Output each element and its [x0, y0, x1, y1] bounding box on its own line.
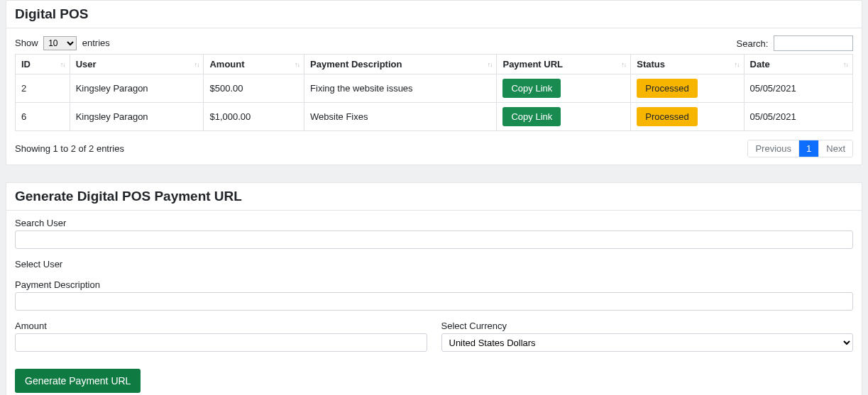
sort-icon: ↑↓: [194, 62, 199, 67]
length-control: Show 102550100 entries: [15, 36, 110, 50]
cell-user: Kingsley Paragon: [70, 74, 204, 103]
status-badge: Processed: [637, 107, 697, 126]
cell-description: Fixing the website issues: [304, 74, 497, 103]
column-label: Date: [750, 59, 770, 69]
label-payment-desc: Payment Description: [15, 279, 853, 290]
search-input[interactable]: [774, 35, 853, 51]
page-next[interactable]: Next: [818, 140, 852, 157]
column-label: Status: [637, 59, 665, 69]
copy-link-button[interactable]: Copy Link: [502, 107, 561, 126]
column-label: Amount: [209, 59, 244, 69]
form-row-payment-desc: Payment Description: [15, 279, 853, 311]
column-header[interactable]: Status↑↓: [631, 55, 744, 74]
submit-wrap: Generate Payment URL: [6, 369, 862, 395]
table-body: 2Kingsley Paragon$500.00Fixing the websi…: [16, 74, 853, 131]
card-body: Search User Select User Payment Descript…: [6, 211, 862, 369]
cell-date: 05/05/2021: [744, 74, 852, 103]
cell-date: 05/05/2021: [744, 103, 852, 131]
form-col-amount: Amount: [15, 321, 427, 352]
show-label: Show: [15, 38, 38, 48]
datatable-top: Show 102550100 entries Search:: [15, 35, 853, 51]
status-badge: Processed: [637, 79, 697, 98]
cell-amount: $500.00: [204, 74, 304, 103]
column-header[interactable]: Date↑↓: [744, 55, 852, 74]
label-search-user: Search User: [15, 218, 853, 228]
column-header[interactable]: ID↑↓: [16, 55, 70, 74]
label-currency: Select Currency: [441, 321, 854, 331]
label-amount: Amount: [15, 321, 427, 331]
panel-title: Generate Digital POS Payment URL: [15, 189, 853, 204]
table-info: Showing 1 to 2 of 2 entries: [15, 143, 124, 154]
card-header: Generate Digital POS Payment URL: [6, 183, 862, 211]
cell-status: Processed: [631, 103, 744, 131]
page-number[interactable]: 1: [798, 140, 818, 157]
column-label: User: [76, 59, 97, 69]
cell-description: Website Fixes: [304, 103, 497, 131]
cell-payment-url: Copy Link: [497, 74, 631, 103]
form-row-search-user: Search User: [15, 218, 853, 249]
sort-icon: ↑↓: [735, 62, 740, 67]
cell-id: 2: [16, 74, 70, 103]
generate-url-button[interactable]: Generate Payment URL: [15, 369, 141, 393]
generate-url-card: Generate Digital POS Payment URL Search …: [6, 182, 862, 395]
payment-desc-input[interactable]: [15, 292, 853, 311]
page-prev[interactable]: Previous: [748, 140, 798, 157]
cell-id: 6: [16, 103, 70, 131]
cell-payment-url: Copy Link: [497, 103, 631, 131]
search-label: Search:: [737, 38, 769, 49]
cell-amount: $1,000.00: [204, 103, 304, 131]
cell-user: Kingsley Paragon: [70, 103, 204, 131]
sort-icon: ↑↓: [621, 62, 626, 67]
digital-pos-card: Digital POS Show 102550100 entries Searc…: [6, 0, 862, 165]
entries-label: entries: [82, 38, 110, 48]
pagination: Previous 1 Next: [747, 140, 853, 157]
sort-icon: ↑↓: [843, 62, 848, 67]
column-header[interactable]: Payment Description↑↓: [304, 55, 497, 74]
sort-icon: ↑↓: [60, 62, 65, 67]
table-row: 6Kingsley Paragon$1,000.00Website FixesC…: [16, 103, 853, 131]
column-header[interactable]: User↑↓: [70, 55, 204, 74]
datatable-bottom: Showing 1 to 2 of 2 entries Previous 1 N…: [15, 140, 853, 157]
column-label: ID: [21, 59, 31, 69]
entries-select[interactable]: 102550100: [43, 36, 77, 50]
amount-input[interactable]: [15, 333, 427, 352]
column-label: Payment Description: [310, 59, 402, 69]
cell-status: Processed: [631, 74, 744, 103]
card-header: Digital POS: [6, 1, 862, 28]
pos-table: ID↑↓User↑↓Amount↑↓Payment Description↑↓P…: [15, 54, 853, 131]
sort-icon: ↑↓: [487, 62, 492, 67]
form-col-currency: Select Currency United States Dollars: [441, 321, 854, 352]
sort-icon: ↑↓: [295, 62, 300, 67]
currency-select[interactable]: United States Dollars: [441, 333, 854, 352]
panel-title: Digital POS: [15, 6, 853, 22]
table-header-row: ID↑↓User↑↓Amount↑↓Payment Description↑↓P…: [16, 55, 853, 74]
search-user-input[interactable]: [15, 230, 853, 249]
search-control: Search:: [737, 35, 853, 51]
form-row-amount-currency: Amount Select Currency United States Dol…: [15, 321, 853, 362]
column-label: Payment URL: [502, 59, 563, 69]
copy-link-button[interactable]: Copy Link: [502, 79, 561, 98]
column-header[interactable]: Amount↑↓: [204, 55, 304, 74]
table-row: 2Kingsley Paragon$500.00Fixing the websi…: [16, 74, 853, 103]
label-select-user: Select User: [15, 259, 853, 269]
card-body: Show 102550100 entries Search: ID↑↓User↑…: [6, 28, 862, 165]
column-header[interactable]: Payment URL↑↓: [497, 55, 631, 74]
form-row-select-user: Select User: [15, 259, 853, 269]
